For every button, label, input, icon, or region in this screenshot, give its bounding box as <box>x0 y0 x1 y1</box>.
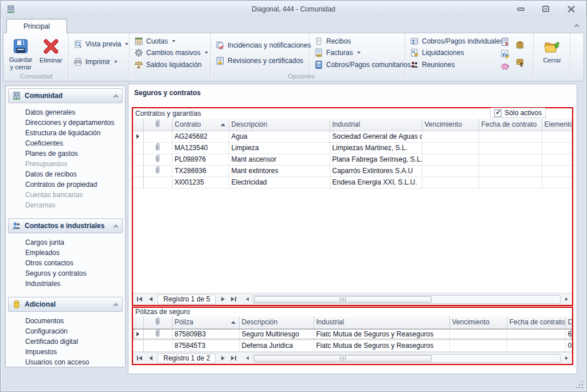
sidebar-item-estructura-liquidacion[interactable]: Estructura de liquidación <box>8 128 123 138</box>
window-resize-grip[interactable] <box>576 381 584 389</box>
table-row[interactable]: PL098976 Mant ascensor Plana Fabrega Ser… <box>133 154 572 165</box>
column-header-vencimiento[interactable]: Vencimiento <box>449 316 507 328</box>
incidencias-button[interactable]: Incidencias y notificaciones <box>214 40 306 50</box>
policies-header-row: Póliza Descripción Industrial Vencimient… <box>133 316 572 328</box>
table-row[interactable]: TX286936 Mant extintores Caparrós Extint… <box>133 165 572 177</box>
sidebar-section-contactos[interactable]: Contactos e industriales <box>8 218 123 233</box>
column-header-descripcion[interactable]: Descripción <box>229 119 330 131</box>
sidebar-item-contratos-propiedad[interactable]: Contratos de propiedad <box>8 179 123 190</box>
attachment-column-header[interactable] <box>143 316 172 328</box>
table-row[interactable]: 875809B3 Seguro Multiriesgo Fiatc Mutua … <box>133 328 572 340</box>
sidebar-item-coeficientes[interactable]: Coeficientes <box>8 138 123 148</box>
sidebar-item-industriales[interactable]: Industriales <box>8 279 123 289</box>
table-row[interactable]: MA123540 Limpieza Limpiezas Martinez, S.… <box>133 142 572 154</box>
horizontal-scrollbar[interactable] <box>243 295 570 304</box>
table-row[interactable]: XI001235 Electricidad Endesa Energia XXI… <box>133 177 572 188</box>
cuotas-button[interactable]: Cuotas <box>133 36 207 46</box>
sidebar-item-presupuestos[interactable]: Presupuestos <box>8 159 123 169</box>
certificado-button[interactable] <box>499 37 511 47</box>
first-record-button[interactable] <box>135 295 144 304</box>
solo-activos-filter[interactable]: Sólo activos <box>490 108 546 118</box>
previous-record-button[interactable] <box>146 354 155 363</box>
sidebar-item-empleados[interactable]: Empleados <box>8 248 123 258</box>
caja-button[interactable] <box>514 40 526 50</box>
horizontal-scrollbar[interactable] <box>243 354 570 363</box>
column-header-vencimiento[interactable]: Vencimiento <box>422 119 479 131</box>
sidebar-section-comunidad[interactable]: Comunidad <box>8 88 123 103</box>
sidebar-item-otros-contactos[interactable]: Otros contactos <box>8 258 123 268</box>
scroll-left-button[interactable] <box>243 295 251 303</box>
recibos-button[interactable]: Recibos <box>313 36 401 46</box>
last-record-button[interactable] <box>229 354 238 363</box>
table-row[interactable]: 875845T3 Defensa Juridica Fiatc Mutua de… <box>133 340 572 351</box>
sidebar-section-adicional[interactable]: Adicional <box>8 297 123 312</box>
column-header-fecha-contrato[interactable]: Fecha de contrato <box>507 316 565 328</box>
cell-fecha <box>507 328 565 340</box>
sidebar-item-impuestos[interactable]: Impuestos <box>8 347 123 357</box>
cell-fecha <box>479 131 542 142</box>
facturas-button[interactable]: Facturas <box>313 48 401 58</box>
next-record-button[interactable] <box>218 295 228 304</box>
scrollbar-thumb[interactable] <box>254 355 432 362</box>
cobros-pagos-comunitarios-button[interactable]: Cobros/Pagos comunitarios <box>313 60 401 70</box>
cell-contrato: MA123540 <box>172 142 229 154</box>
close-view-button[interactable]: Cerrar <box>537 36 567 70</box>
scrollbar-track[interactable] <box>253 295 561 304</box>
scrollbar-thumb[interactable] <box>254 296 432 303</box>
scroll-right-button[interactable] <box>562 354 570 362</box>
saldos-liquidacion-button[interactable]: Saldos liquidación <box>133 60 207 70</box>
sidebar-item-documentos[interactable]: Documentos <box>8 316 123 326</box>
restore-button[interactable] <box>538 4 553 14</box>
solo-activos-checkbox[interactable] <box>494 109 502 117</box>
close-button[interactable] <box>563 4 578 14</box>
caja-persona-button[interactable] <box>514 57 526 68</box>
next-record-button[interactable] <box>218 354 228 363</box>
cobros-pagos-individuales-button[interactable]: Cobros/Pagos individuales <box>409 36 492 46</box>
sidebar-item-direcciones[interactable]: Direcciones y departamentos <box>8 117 123 128</box>
dropdown-caret-icon <box>125 43 128 45</box>
sidebar-item-cuentas-bancarias[interactable]: Cuentas bancarias <box>8 190 123 200</box>
first-record-button[interactable] <box>135 354 144 363</box>
sidebar-item-planes-gastos[interactable]: Planes de gastos <box>8 148 123 159</box>
attachment-column-header[interactable] <box>143 119 172 131</box>
revisiones-button[interactable]: Revisiones y certificados <box>214 56 306 66</box>
hucha-button[interactable] <box>499 61 511 71</box>
column-header-contrato[interactable]: Contrato <box>172 119 229 131</box>
column-header-descripcion[interactable]: Descripción <box>239 316 314 328</box>
row-selector-cell <box>133 165 143 177</box>
sidebar-item-seguros-contratos[interactable]: Seguros y contratos <box>8 268 123 279</box>
scrollbar-track[interactable] <box>253 354 561 363</box>
sidebar-item-datos-recibos[interactable]: Datos de recibos <box>8 169 123 179</box>
column-header-fecha-contrato[interactable]: Fecha de contrato <box>479 119 542 131</box>
column-header-clipped[interactable]: D <box>565 316 572 328</box>
column-header-industrial[interactable]: Industrial <box>330 119 422 131</box>
previous-record-button[interactable] <box>146 295 155 304</box>
table-row[interactable]: AG245682 Agua Sociedad General de Aguas … <box>133 131 572 142</box>
sidebar-item-certificado-digital[interactable]: Certificado digital <box>8 336 123 347</box>
scroll-left-button[interactable] <box>243 354 251 362</box>
save-and-close-button[interactable]: Guardar y cerrar <box>7 36 35 71</box>
reuniones-button[interactable]: Reuniones <box>409 60 492 70</box>
liquidaciones-button[interactable]: H Liquidaciones <box>409 48 492 58</box>
preview-button[interactable]: Vista previa <box>72 39 126 49</box>
close-icon <box>568 6 575 13</box>
last-record-button[interactable] <box>229 295 238 304</box>
scroll-right-button[interactable] <box>562 295 570 303</box>
column-header-industrial[interactable]: Industrial <box>314 316 449 328</box>
magnifier-page-icon <box>73 40 83 49</box>
cambios-masivos-button[interactable]: Cambios masivos <box>133 48 207 58</box>
sidebar-item-cargos-junta[interactable]: Cargos junta <box>8 237 123 248</box>
sidebar-item-datos-generales[interactable]: Datos generales <box>8 107 123 117</box>
sidebar-item-configuracion[interactable]: Configuración <box>8 326 123 336</box>
column-header-elemento[interactable]: Elemento <box>542 119 572 131</box>
tab-principal[interactable]: Principal <box>6 19 67 33</box>
print-button[interactable]: Imprimir <box>72 57 126 67</box>
grafico-button[interactable] <box>499 49 511 59</box>
ribbon-collapse-button[interactable] <box>572 21 582 30</box>
sidebar-item-derramas[interactable]: Derramas <box>8 200 123 210</box>
cell-clipped: 0 <box>565 340 572 351</box>
column-header-poliza[interactable]: Póliza <box>172 316 239 328</box>
sidebar-item-usuarios-acceso[interactable]: Usuarios con acceso <box>8 357 123 367</box>
delete-button[interactable]: Eliminar <box>37 36 65 71</box>
minimize-button[interactable] <box>513 4 528 14</box>
